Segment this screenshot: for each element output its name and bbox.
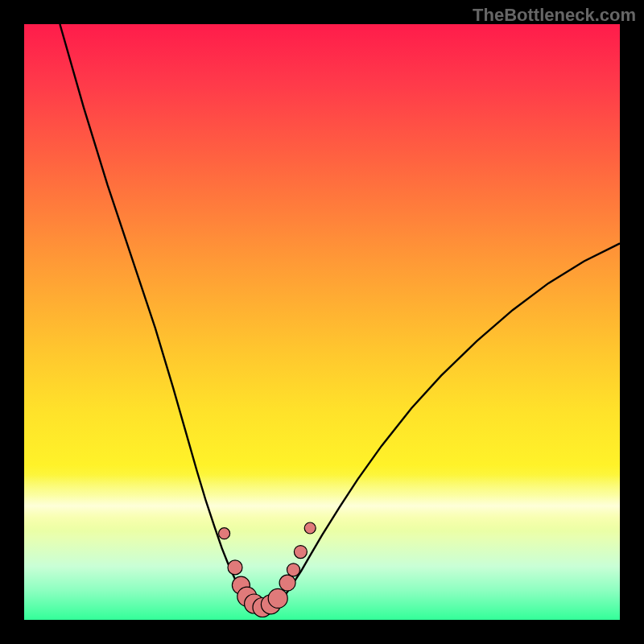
valley-marker — [268, 588, 287, 608]
valley-marker — [228, 560, 242, 575]
chart-root: TheBottleneck.com — [0, 0, 644, 644]
plot-area — [24, 24, 620, 620]
valley-marker — [219, 528, 230, 539]
curve-left-branch — [60, 24, 250, 605]
valley-marker — [279, 575, 295, 591]
watermark-text: TheBottleneck.com — [473, 5, 636, 26]
valley-marker — [287, 564, 300, 576]
curve-right-branch — [275, 243, 620, 605]
valley-marker — [294, 546, 307, 559]
valley-marker — [304, 522, 316, 534]
curve-layer — [24, 24, 620, 620]
